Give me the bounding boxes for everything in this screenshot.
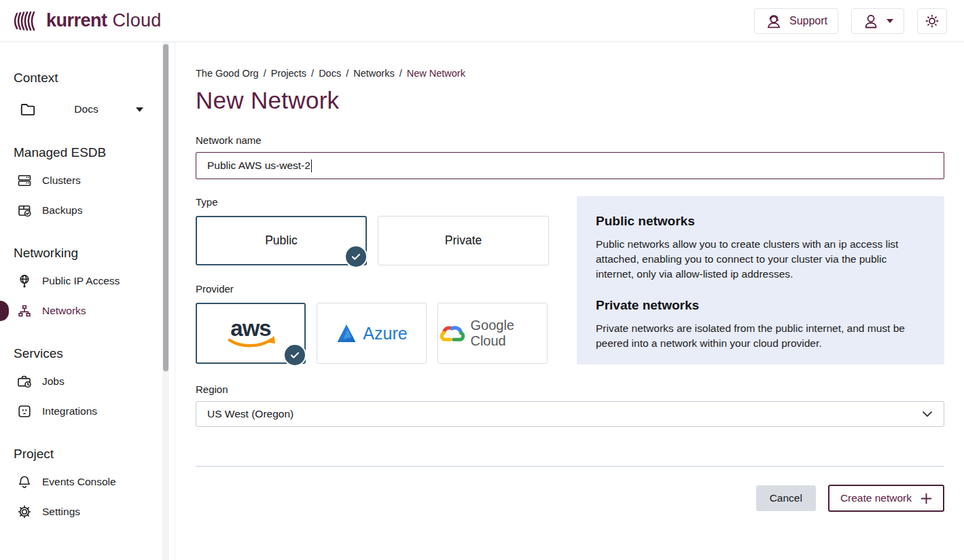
network-name-input[interactable]: Public AWS us-west-2 xyxy=(196,152,944,179)
header-actions: Support xyxy=(754,8,947,34)
sidebar-heading-project: Project xyxy=(0,447,175,462)
type-label: Type xyxy=(196,196,549,208)
create-network-label: Create network xyxy=(840,492,912,504)
page-title: New Network xyxy=(196,87,944,114)
plus-icon xyxy=(921,493,932,504)
gear-icon xyxy=(16,504,33,520)
info-body-public: Public networks allow you to create clus… xyxy=(596,237,925,282)
provider-option-aws[interactable]: aws xyxy=(196,303,306,364)
provider-option-azure[interactable]: Azure xyxy=(317,303,427,364)
context-project-selector[interactable]: Docs xyxy=(0,94,175,125)
create-network-button[interactable]: Create network xyxy=(828,485,944,512)
info-body-private: Private networks are isolated from the p… xyxy=(596,321,925,351)
region-select[interactable]: US West (Oregon) xyxy=(196,401,944,427)
type-option-label: Public xyxy=(265,234,298,248)
user-menu-button[interactable] xyxy=(851,8,904,34)
sidebar-item-label: Jobs xyxy=(42,375,65,388)
app-header: kurrent Cloud Support xyxy=(0,0,964,42)
sidebar-item-backups[interactable]: Backups xyxy=(0,195,175,225)
info-heading-public: Public networks xyxy=(596,214,925,229)
breadcrumb-networks[interactable]: Networks xyxy=(353,68,394,79)
azure-wordmark: Azure xyxy=(363,324,407,343)
sidebar-item-settings[interactable]: Settings xyxy=(0,497,175,527)
chevron-down-icon xyxy=(922,411,933,417)
globe-node-icon xyxy=(16,273,33,289)
type-option-public[interactable]: Public xyxy=(196,216,367,265)
aws-wordmark: aws xyxy=(230,316,270,341)
sidebar-item-integrations[interactable]: Integrations xyxy=(0,396,175,426)
sidebar-scrollbar-track[interactable] xyxy=(162,42,169,560)
breadcrumb-separator: / xyxy=(311,68,314,79)
sidebar-heading-context: Context xyxy=(0,71,175,86)
brand-suffix: Cloud xyxy=(113,12,162,30)
provider-options: aws xyxy=(196,303,549,364)
form-footer-divider xyxy=(196,466,944,467)
kurrent-cloud-logo[interactable]: kurrent Cloud xyxy=(14,7,162,35)
sidebar-item-label: Integrations xyxy=(42,405,97,417)
sidebar-item-public-ip-access[interactable]: Public IP Access xyxy=(0,266,175,296)
cancel-button[interactable]: Cancel xyxy=(756,485,816,511)
text-cursor xyxy=(311,160,313,172)
info-column: Public networks Public networks allow yo… xyxy=(577,196,944,365)
provider-option-google-cloud[interactable]: Google Cloud xyxy=(438,303,548,364)
server-stack-icon xyxy=(16,172,33,189)
sidebar: Context Docs Managed ESDB xyxy=(0,42,175,560)
sidebar-item-jobs[interactable]: Jobs xyxy=(0,367,175,396)
caret-down-icon xyxy=(136,107,143,112)
selected-check-badge xyxy=(283,343,306,367)
aws-logo: aws xyxy=(221,316,280,351)
sidebar-item-events-console[interactable]: Events Console xyxy=(0,467,175,497)
breadcrumb-docs[interactable]: Docs xyxy=(319,68,341,79)
sun-icon xyxy=(923,12,941,30)
google-cloud-wordmark: Google Cloud xyxy=(470,318,547,349)
azure-logo: Azure xyxy=(336,322,407,344)
main-content: The Good Org / Projects / Docs / Network… xyxy=(175,42,964,560)
info-heading-private: Private networks xyxy=(596,298,925,313)
form-actions: Cancel Create network xyxy=(196,485,944,512)
headset-person-icon xyxy=(765,12,783,30)
sidebar-item-label: Clusters xyxy=(42,174,81,187)
active-item-indicator xyxy=(0,301,9,321)
breadcrumb-separator: / xyxy=(346,68,349,79)
person-icon xyxy=(862,12,880,30)
power-outlet-icon xyxy=(16,403,33,419)
sidebar-item-label: Backups xyxy=(42,204,82,217)
sidebar-heading-services: Services xyxy=(0,346,175,361)
org-chart-icon xyxy=(16,303,33,319)
breadcrumb-separator: / xyxy=(399,68,402,79)
network-name-value: Public AWS us-west-2 xyxy=(207,160,310,172)
sidebar-item-clusters[interactable]: Clusters xyxy=(0,166,175,195)
sidebar-heading-networking: Networking xyxy=(0,246,175,261)
selected-check-badge xyxy=(344,245,368,268)
brand-text: kurrent Cloud xyxy=(46,12,162,30)
sidebar-item-label: Events Console xyxy=(42,476,116,488)
support-label: Support xyxy=(789,15,827,27)
theme-toggle-button[interactable] xyxy=(917,8,947,34)
support-button[interactable]: Support xyxy=(754,8,838,34)
sidebar-scrollbar-thumb[interactable] xyxy=(163,44,168,371)
google-cloud-logo: Google Cloud xyxy=(438,318,547,349)
breadcrumb-projects[interactable]: Projects xyxy=(271,68,306,79)
sidebar-heading-managed-esdb: Managed ESDB xyxy=(0,145,175,160)
bell-icon xyxy=(16,474,33,490)
region-label: Region xyxy=(196,384,944,395)
region-value: US West (Oregon) xyxy=(207,408,293,420)
type-option-label: Private xyxy=(445,234,482,248)
type-options: Public Private xyxy=(196,216,549,265)
breadcrumb-org[interactable]: The Good Org xyxy=(196,68,259,79)
breadcrumb: The Good Org / Projects / Docs / Network… xyxy=(196,68,944,79)
sidebar-item-label: Networks xyxy=(42,305,86,317)
sound-waves-icon xyxy=(14,7,39,35)
box-check-icon xyxy=(16,202,33,219)
network-types-info-panel: Public networks Public networks allow yo… xyxy=(577,196,944,365)
form-options-column: Type Public Private Provider xyxy=(196,196,549,365)
network-name-label: Network name xyxy=(196,134,944,146)
provider-label: Provider xyxy=(196,283,549,295)
sidebar-item-networks[interactable]: Networks xyxy=(0,296,175,326)
breadcrumb-current: New Network xyxy=(407,68,465,79)
brand-name: kurrent xyxy=(46,12,107,30)
type-option-private[interactable]: Private xyxy=(378,216,549,265)
caret-down-icon xyxy=(887,19,893,23)
breadcrumb-separator: / xyxy=(264,68,266,79)
context-selector-value: Docs xyxy=(37,103,136,115)
